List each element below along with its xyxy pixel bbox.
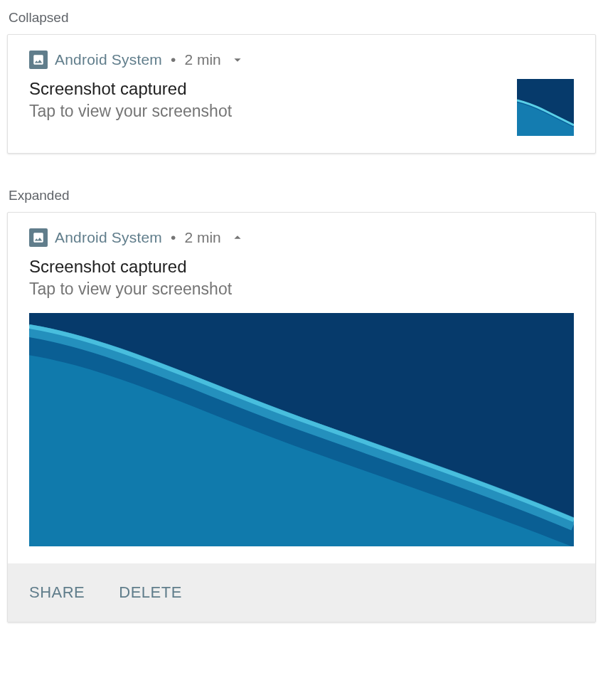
delete-button[interactable]: DELETE (119, 583, 182, 602)
notification-title: Screenshot captured (29, 79, 503, 99)
app-name-label: Android System (55, 229, 162, 246)
dot-separator: • (171, 229, 176, 246)
app-name-label: Android System (55, 51, 162, 68)
notification-body: Tap to view your screenshot (29, 102, 503, 121)
notification-header[interactable]: Android System • 2 min (29, 51, 574, 69)
image-icon (29, 51, 48, 69)
image-icon (29, 228, 48, 247)
expanded-section-label: Expanded (9, 188, 596, 203)
notification-card-collapsed[interactable]: Android System • 2 min Screenshot captur… (7, 34, 596, 154)
screenshot-large-preview (29, 313, 574, 546)
dot-separator: • (171, 51, 176, 68)
screenshot-thumbnail (517, 79, 574, 136)
notification-card-expanded[interactable]: Android System • 2 min Screenshot captur… (7, 212, 596, 622)
collapsed-section-label: Collapsed (9, 10, 596, 26)
timestamp-label: 2 min (184, 51, 220, 68)
notification-header[interactable]: Android System • 2 min (29, 228, 574, 247)
notification-actions: SHARE DELETE (8, 563, 595, 622)
share-button[interactable]: SHARE (29, 583, 85, 602)
chevron-down-icon[interactable] (230, 52, 245, 68)
notification-body: Tap to view your screenshot (29, 280, 574, 299)
chevron-up-icon[interactable] (230, 230, 245, 245)
timestamp-label: 2 min (184, 229, 220, 246)
notification-title: Screenshot captured (29, 257, 574, 277)
